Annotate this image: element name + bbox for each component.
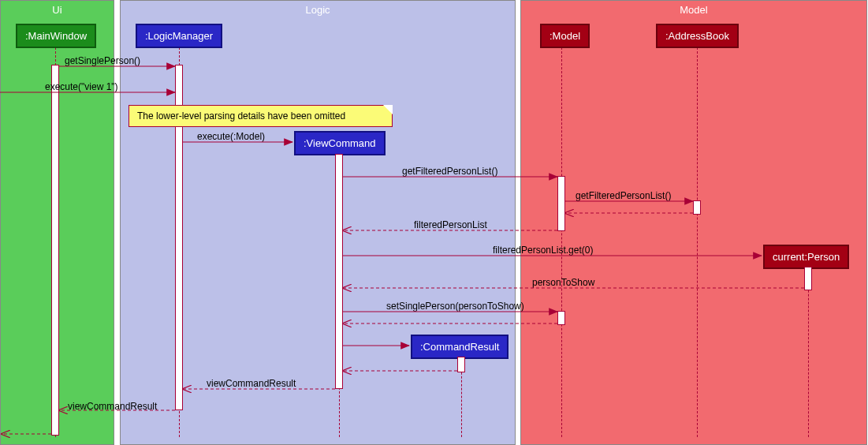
activation-commandresult — [457, 357, 465, 372]
msg-setsingleperson: setSinglePerson(personToShow) — [386, 301, 524, 312]
msg-persontoshow: personToShow — [532, 277, 594, 288]
participant-logicmanager: :LogicManager — [136, 24, 222, 48]
activation-viewcommand — [335, 154, 343, 389]
msg-viewcommandresult-1: viewCommandResult — [207, 378, 296, 389]
msg-filteredpersonlist-get0: filteredPersonList.get(0) — [493, 245, 593, 256]
msg-getfilteredpersonlist-2: getFilteredPersonList() — [576, 190, 671, 201]
msg-viewcommandresult-2: viewCommandResult — [68, 401, 157, 412]
msg-filteredpersonlist: filteredPersonList — [414, 219, 487, 230]
participant-commandresult: :CommandResult — [411, 335, 509, 359]
activation-model-1 — [557, 176, 565, 231]
participant-person: current:Person — [763, 245, 849, 269]
msg-getsingleperson: getSinglePerson() — [65, 55, 140, 66]
participant-model: :Model — [540, 24, 590, 48]
note-parsing-omitted: The lower-level parsing details have bee… — [129, 105, 393, 127]
region-model-label: Model — [680, 4, 707, 16]
msg-getfilteredpersonlist-1: getFilteredPersonList() — [402, 166, 497, 177]
participant-viewcommand: :ViewCommand — [294, 131, 386, 155]
msg-execute-view1: execute("view 1") — [45, 81, 118, 92]
sequence-diagram: Ui Logic Model :MainWindow :LogicManager… — [0, 0, 868, 445]
msg-execute-model: execute(:Model) — [197, 131, 265, 142]
region-ui-label: Ui — [52, 4, 61, 16]
region-model: Model — [520, 0, 867, 445]
activation-person — [804, 267, 812, 290]
region-logic-label: Logic — [305, 4, 330, 16]
activation-mainwindow — [51, 65, 59, 436]
participant-mainwindow: :MainWindow — [16, 24, 96, 48]
lifeline-addressbook — [697, 47, 698, 437]
activation-addressbook — [693, 200, 701, 215]
note-text: The lower-level parsing details have bee… — [137, 110, 345, 122]
lifeline-person — [808, 267, 809, 437]
activation-model-2 — [557, 311, 565, 325]
lifeline-model — [561, 47, 562, 437]
participant-addressbook: :AddressBook — [656, 24, 739, 48]
